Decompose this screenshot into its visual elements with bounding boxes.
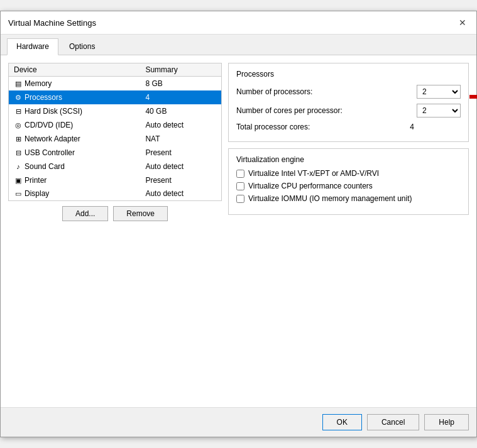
total-cores-row: Total processor cores: 4 (236, 123, 461, 131)
red-arrow-indicator (469, 87, 477, 108)
device-name-cell: ◎CD/DVD (IDE) (9, 118, 141, 132)
device-icon: ⊞ (14, 135, 23, 143)
right-panel: Processors Number of processors: 2 1 4 8 (228, 63, 469, 215)
virt-option-2: Virtualize CPU performance counters (236, 182, 461, 190)
virt-option-1: Virtualize Intel VT-x/EPT or AMD-V/RVI (236, 169, 461, 178)
virt-label-1: Virtualize Intel VT-x/EPT or AMD-V/RVI (248, 169, 379, 178)
device-name-cell: ▭Display (9, 187, 141, 201)
processors-section: Processors Number of processors: 2 1 4 8 (228, 63, 469, 142)
left-panel: Device Summary ▤Memory8 GB⚙Processors4⊟H… (8, 63, 222, 400)
virt-checkbox-1[interactable] (236, 170, 244, 178)
tab-bar: Hardware Options (1, 35, 476, 55)
table-row[interactable]: ⊟Hard Disk (SCSI)40 GB (9, 104, 222, 118)
device-icon: ▤ (14, 80, 23, 88)
tab-hardware[interactable]: Hardware (7, 38, 58, 55)
total-cores-label: Total processor cores: (236, 123, 410, 131)
device-summary-cell: Auto detect (140, 160, 221, 173)
cores-per-processor-control: 2 1 4 8 (417, 104, 461, 117)
device-summary-cell: Present (140, 173, 221, 187)
footer-buttons: OK Cancel Help (1, 407, 476, 437)
device-summary-cell: NAT (140, 132, 221, 146)
device-icon: ⊟ (14, 149, 23, 157)
title-bar: Virtual Machine Settings ✕ (1, 11, 476, 35)
ok-button[interactable]: OK (322, 414, 362, 430)
virtualization-section-title: Virtualization engine (236, 155, 461, 164)
virtual-machine-settings-window: Virtual Machine Settings ✕ Hardware Opti… (0, 11, 477, 437)
device-icon: ◎ (14, 121, 23, 129)
tab-options[interactable]: Options (60, 38, 104, 55)
cancel-button[interactable]: Cancel (367, 414, 419, 430)
device-icon: ⊟ (14, 107, 23, 116)
virt-label-3: Virtualize IOMMU (IO memory management u… (248, 194, 412, 203)
table-row[interactable]: ▤Memory8 GB (9, 77, 222, 90)
virtualization-section: Virtualization engine Virtualize Intel V… (228, 148, 469, 215)
device-summary-cell: Present (140, 146, 221, 160)
cores-per-processor-row: Number of cores per processor: 2 1 4 8 (236, 104, 461, 117)
virt-checkbox-2[interactable] (236, 182, 244, 190)
table-row[interactable]: ◎CD/DVD (IDE)Auto detect (9, 118, 222, 132)
device-icon: ▣ (14, 177, 23, 185)
num-processors-control: 2 1 4 8 (417, 85, 461, 99)
cores-per-processor-select[interactable]: 2 1 4 8 (417, 104, 461, 117)
device-icon: ♪ (14, 163, 23, 170)
device-icon: ⚙ (14, 94, 23, 102)
virt-option-3: Virtualize IOMMU (IO memory management u… (236, 194, 461, 203)
processors-section-title: Processors (236, 70, 461, 79)
device-summary-cell: 40 GB (140, 104, 221, 118)
device-name-cell: ⊟USB Controller (9, 146, 141, 160)
device-summary-cell: Auto detect (140, 118, 221, 132)
table-row[interactable]: ⊞Network AdapterNAT (9, 132, 222, 146)
num-processors-label: Number of processors: (236, 87, 417, 96)
num-processors-row: Number of processors: 2 1 4 8 (236, 85, 461, 99)
virt-label-2: Virtualize CPU performance counters (248, 182, 373, 190)
total-cores-value: 4 (410, 123, 414, 131)
device-summary-cell: 8 GB (140, 77, 221, 90)
close-button[interactable]: ✕ (456, 16, 469, 29)
col-header-summary: Summary (140, 63, 221, 77)
remove-button[interactable]: Remove (113, 206, 168, 221)
add-button[interactable]: Add... (62, 206, 108, 221)
device-name-cell: ⊟Hard Disk (SCSI) (9, 104, 141, 118)
num-processors-select[interactable]: 2 1 4 8 (417, 85, 461, 99)
device-summary-cell: 4 (140, 90, 221, 104)
table-row[interactable]: ▣PrinterPresent (9, 173, 222, 187)
device-name-cell: ⊞Network Adapter (9, 132, 141, 146)
device-name-cell: ▣Printer (9, 173, 141, 187)
table-row[interactable]: ⊟USB ControllerPresent (9, 146, 222, 160)
help-button[interactable]: Help (424, 414, 469, 430)
main-content: Device Summary ▤Memory8 GB⚙Processors4⊟H… (1, 55, 476, 407)
device-summary-cell: Auto detect (140, 187, 221, 201)
device-table: Device Summary ▤Memory8 GB⚙Processors4⊟H… (8, 63, 222, 201)
device-name-cell: ▤Memory (9, 77, 141, 90)
table-row[interactable]: ♪Sound CardAuto detect (9, 160, 222, 173)
svg-marker-0 (469, 87, 477, 106)
col-header-device: Device (9, 63, 141, 77)
table-row[interactable]: ⚙Processors4 (9, 90, 222, 104)
device-icon: ▭ (14, 190, 23, 198)
table-row[interactable]: ▭DisplayAuto detect (9, 187, 222, 201)
window-title: Virtual Machine Settings (8, 18, 96, 28)
device-name-cell: ⚙Processors (9, 90, 141, 104)
virt-checkbox-3[interactable] (236, 195, 244, 203)
device-action-buttons: Add... Remove (8, 206, 222, 221)
device-name-cell: ♪Sound Card (9, 160, 141, 173)
cores-per-processor-label: Number of cores per processor: (236, 106, 417, 115)
